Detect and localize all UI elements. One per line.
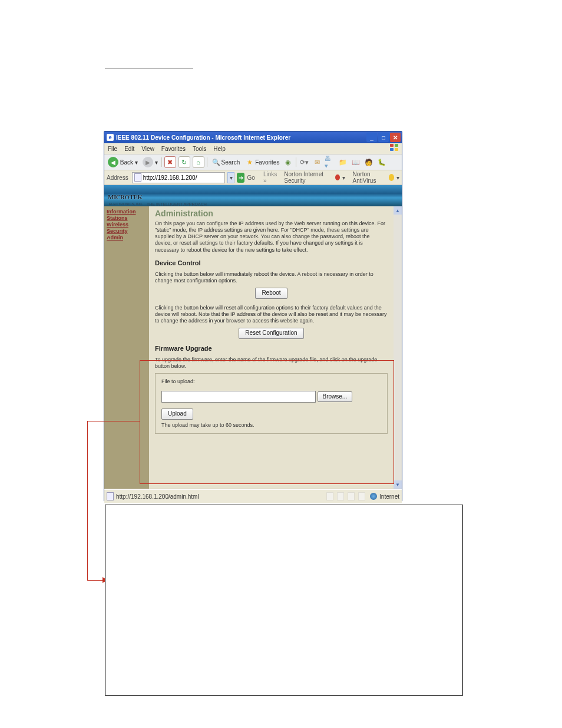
address-url: http://192.168.1.200/ xyxy=(143,174,197,181)
firmware-upgrade-title: Firmware Upgrade xyxy=(155,345,388,353)
address-bar-row: Address http://192.168.1.200/ ▾ ➔ Go Lin… xyxy=(104,170,402,185)
document-page: e IEEE 802.11 Device Configuration - Mic… xyxy=(0,0,562,728)
firmware-text: To upgrade the firmware, enter the name … xyxy=(155,357,388,370)
sidebar-item-stations[interactable]: Stations xyxy=(107,215,147,222)
extra-icon[interactable]: 🐛 xyxy=(376,157,387,167)
vertical-scrollbar[interactable]: ▲ ▼ xyxy=(394,206,402,489)
favorites-star-icon: ★ xyxy=(244,157,255,167)
titlebar: e IEEE 802.11 Device Configuration - Mic… xyxy=(104,131,402,143)
research-icon[interactable]: 📖 xyxy=(351,157,361,167)
maximize-button[interactable]: □ xyxy=(378,133,389,142)
reset-text: Clicking the button below will reset all… xyxy=(155,305,388,325)
links-label[interactable]: Links » xyxy=(263,171,277,184)
minimize-button[interactable]: _ xyxy=(366,133,377,142)
back-button[interactable]: ◀ Back ▾ xyxy=(107,156,139,168)
separator xyxy=(296,157,296,167)
address-input[interactable]: http://192.168.1.200/ xyxy=(132,172,225,183)
brand-logo: MICROTEK xyxy=(108,193,142,200)
window-controls: _ □ ✕ xyxy=(365,133,401,142)
menu-tools[interactable]: Tools xyxy=(193,146,206,152)
sidebar: Information Stations Wireless Security A… xyxy=(104,206,149,489)
status-bar: http://192.168.1.200/admin.html Internet xyxy=(104,489,402,503)
separator xyxy=(161,157,162,167)
windows-flag-icon xyxy=(390,144,399,152)
menu-view[interactable]: View xyxy=(141,146,154,152)
browse-button[interactable]: Browse... xyxy=(318,391,353,403)
file-path-input[interactable] xyxy=(161,391,316,403)
callout-connector-bottom xyxy=(87,580,104,581)
close-button[interactable]: ✕ xyxy=(390,133,401,142)
sidebar-item-security[interactable]: Security xyxy=(107,228,147,235)
reset-configuration-button[interactable]: Reset Configuration xyxy=(239,328,303,339)
folder-icon[interactable]: 📁 xyxy=(338,157,348,167)
nis-status-icon xyxy=(335,174,340,180)
brand-sub: ELECTRONICS, INC. xyxy=(108,202,143,206)
messenger-icon[interactable]: 🧑 xyxy=(363,157,374,167)
go-label: Go xyxy=(247,174,254,181)
print-icon[interactable]: 🖶 ▾ xyxy=(325,157,335,167)
separator xyxy=(207,157,207,167)
scroll-down-arrow-icon[interactable]: ▼ xyxy=(394,480,402,489)
home-icon[interactable]: ⌂ xyxy=(193,156,204,168)
go-button[interactable]: ➔ xyxy=(237,173,244,183)
status-page-icon xyxy=(107,492,114,500)
menu-bar: File Edit View Favorites Tools Help xyxy=(104,143,402,154)
page-icon xyxy=(134,173,141,182)
file-upload-label: File to upload: xyxy=(161,378,381,385)
menu-help[interactable]: Help xyxy=(213,146,226,152)
internet-zone-icon xyxy=(370,493,377,500)
search-button[interactable]: 🔍 Search xyxy=(210,156,242,168)
page-title: Administration xyxy=(155,209,388,219)
internet-zone-label: Internet xyxy=(379,493,399,500)
favorites-button[interactable]: ★ Favorites xyxy=(243,156,280,168)
sidebar-item-admin[interactable]: Admin xyxy=(107,235,147,241)
toolbar: ◀ Back ▾ ▶ ▾ ✖ ↻ ⌂ 🔍 Search ★ Favorites … xyxy=(104,154,402,170)
forward-arrow-icon: ▶ xyxy=(143,157,153,167)
admin-intro-text: On this page you can configure the IP ad… xyxy=(155,220,388,253)
brand-tagline: THE INTELLIGENT APPROACH xyxy=(143,202,207,206)
scroll-up-arrow-icon[interactable]: ▲ xyxy=(394,206,402,215)
window-title: IEEE 802.11 Device Configuration - Micro… xyxy=(116,134,290,141)
callout-connector-vertical xyxy=(87,421,88,580)
history-icon[interactable]: ⟳▾ xyxy=(299,157,309,167)
norton-antivirus-label[interactable]: Norton AntiVirus xyxy=(353,171,385,184)
nav-status-icon xyxy=(389,174,394,181)
description-panel xyxy=(105,505,463,696)
main-panel: Administration On this page you can conf… xyxy=(149,206,394,489)
refresh-icon[interactable]: ↻ xyxy=(178,156,190,168)
search-icon: 🔍 xyxy=(211,157,222,167)
sidebar-item-information[interactable]: Information xyxy=(107,209,147,215)
browser-window: e IEEE 802.11 Device Configuration - Mic… xyxy=(104,131,402,502)
sidebar-item-wireless[interactable]: Wireless xyxy=(107,222,147,228)
content-frame: Information Stations Wireless Security A… xyxy=(104,206,402,489)
norton-internet-security-label[interactable]: Norton Internet Security xyxy=(284,171,332,184)
reboot-button[interactable]: Reboot xyxy=(255,288,287,299)
device-control-title: Device Control xyxy=(155,259,388,268)
address-label: Address xyxy=(107,174,130,181)
status-url: http://192.168.1.200/admin.html xyxy=(116,493,199,500)
media-icon[interactable]: ◉ xyxy=(283,157,293,167)
forward-button[interactable]: ▶ ▾ xyxy=(141,156,159,168)
upload-box: File to upload: Browse... Upload The upl… xyxy=(155,373,388,434)
reboot-text: Clicking the button below will immediate… xyxy=(155,271,388,285)
mail-icon[interactable]: ✉ xyxy=(312,157,322,167)
search-label: Search xyxy=(222,159,240,166)
favorites-label: Favorites xyxy=(255,159,279,166)
upload-note: The upload may take up to 60 seconds. xyxy=(161,422,381,429)
back-arrow-icon: ◀ xyxy=(108,157,118,167)
stop-icon[interactable]: ✖ xyxy=(164,156,176,168)
back-label: Back xyxy=(120,159,133,166)
heading-underline xyxy=(105,68,193,68)
menu-favorites[interactable]: Favorites xyxy=(161,146,186,152)
brand-banner: MICROTEK ELECTRONICS, INC. THE INTELLIGE… xyxy=(104,185,402,206)
status-faded-icons xyxy=(326,492,365,500)
callout-connector-top xyxy=(87,421,140,421)
menu-edit[interactable]: Edit xyxy=(124,146,134,152)
address-dropdown[interactable]: ▾ xyxy=(227,172,235,183)
ie-icon: e xyxy=(107,134,114,141)
menu-file[interactable]: File xyxy=(108,146,117,152)
upload-button[interactable]: Upload xyxy=(161,409,193,420)
